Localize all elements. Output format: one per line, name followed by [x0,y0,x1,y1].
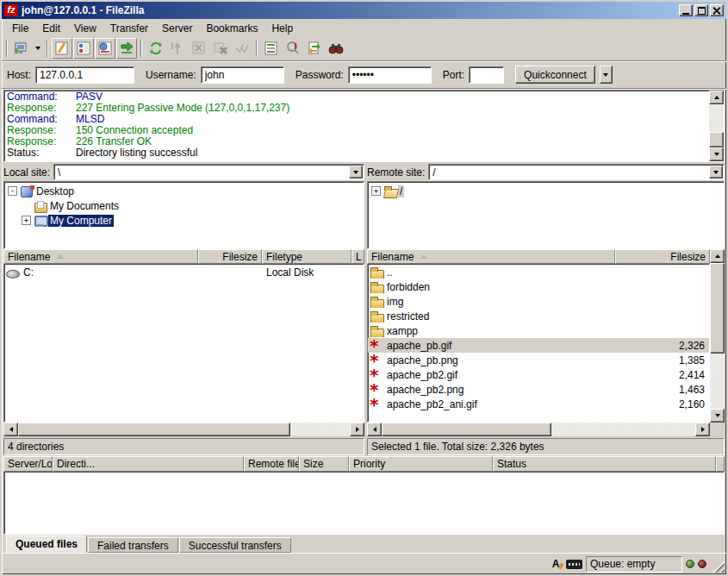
toggle-remote-tree-button[interactable] [95,38,115,59]
compare-directories-button[interactable] [283,38,303,59]
host-input[interactable] [35,66,134,84]
local-horizontal-scrollbar[interactable] [3,423,364,436]
title-bar[interactable]: fz john@127.0.0.1 - FileZilla [2,2,726,19]
scroll-right-button[interactable] [350,423,364,436]
scroll-left-button[interactable] [3,423,18,436]
remote-file-row[interactable]: apache_pb.png 1,385 [368,353,709,367]
scroll-up-button[interactable] [710,249,725,263]
queue-column-header[interactable]: Priority [349,456,493,472]
toolbar-separator [140,40,142,57]
remote-file-row[interactable]: apache_pb2_ani.gif 2,160 [368,397,709,411]
port-input[interactable] [469,66,504,84]
queue-column-header[interactable]: Size [299,456,349,472]
local-list-header: Filename Filesize Filetype L [3,249,364,264]
process-queue-button[interactable] [167,38,188,59]
tree-expander-icon[interactable]: + [371,186,381,196]
tree-expander-icon[interactable]: - [8,186,17,196]
scrollbar-thumb[interactable] [382,423,551,436]
remote-file-row[interactable]: forbidden [368,279,709,294]
speed-limit-indicator-icon[interactable] [566,560,582,569]
find-files-button[interactable] [326,38,346,59]
menu-item[interactable]: Help [264,21,300,36]
local-file-row[interactable]: C: Local Disk [4,265,364,279]
password-input[interactable] [348,66,432,84]
quickconnect-button[interactable]: Quickconnect [515,66,595,84]
queue-list[interactable] [3,472,725,535]
scrollbar-thumb[interactable] [710,263,725,354]
site-manager-dropdown[interactable] [33,39,43,58]
column-header-filesize[interactable]: Filesize [198,249,262,264]
column-header-filename[interactable]: Filename [3,249,198,264]
site-manager-button[interactable] [11,38,32,59]
menu-item[interactable]: View [67,21,103,36]
scrollbar-track[interactable] [710,263,725,409]
quickconnect-dropdown[interactable] [600,66,613,84]
local-site-combobox[interactable]: \ [53,164,364,180]
queue-column-header[interactable]: Remote file [244,456,299,472]
menu-item[interactable]: Edit [35,21,67,36]
message-log-lines: Command: PASV Response: 227 Entering Pas… [4,91,709,161]
close-button[interactable] [710,4,724,16]
scrollbar-track[interactable] [382,423,695,436]
file-icon [370,281,384,293]
menu-item[interactable]: Transfer [103,21,155,36]
resize-grip[interactable] [712,560,725,573]
reconnect-button[interactable] [232,38,252,59]
scroll-up-button[interactable] [709,91,724,104]
maximize-button[interactable] [694,4,708,16]
remote-horizontal-scrollbar[interactable] [367,423,710,436]
tree-item[interactable]: - Desktop [6,184,364,198]
message-log-scrollbar[interactable] [709,91,724,161]
menu-item[interactable]: Bookmarks [199,21,264,36]
scrollbar-track[interactable] [709,104,724,147]
scrollbar-thumb[interactable] [18,423,290,436]
remote-site-combobox[interactable]: / [428,164,725,180]
file-size: 1,385 [616,354,709,366]
menu-item[interactable]: File [5,21,35,36]
window-title: john@127.0.0.1 - FileZilla [22,4,679,16]
toggle-local-tree-button[interactable] [73,38,94,59]
scrollbar-thumb[interactable] [709,132,724,147]
remote-file-row[interactable]: apache_pb2.gif 2,414 [368,367,709,382]
remote-file-row[interactable]: apache_pb.gif 2,326 [368,338,709,353]
tree-expander-icon[interactable]: + [22,216,31,225]
tree-item[interactable]: My Documents [6,198,364,213]
column-header-filesize[interactable]: Filesize [615,249,710,264]
queue-column-header[interactable]: Server/Local file [3,456,53,472]
scroll-down-button[interactable] [709,147,724,161]
local-site-dropdown-button[interactable] [349,166,363,178]
queue-column-header[interactable] [716,456,725,472]
remote-file-row[interactable]: restricted [368,309,709,323]
remote-site-dropdown-button[interactable] [709,166,723,178]
remote-file-row[interactable]: xampp [368,323,709,338]
menu-item[interactable]: Server [155,21,199,36]
scroll-right-button[interactable] [695,423,710,436]
column-header-lastmodified[interactable]: L [352,249,364,264]
remote-file-row[interactable]: .. [368,265,709,279]
scroll-down-button[interactable] [710,409,725,423]
cancel-button[interactable] [189,38,209,59]
disconnect-button[interactable] [210,38,231,59]
refresh-button[interactable] [146,38,166,59]
remote-file-row[interactable]: img [368,294,709,309]
queue-tab[interactable]: Successful transfers [179,537,291,553]
minimize-button[interactable] [679,4,693,16]
tree-item[interactable]: + / [370,184,724,198]
toggle-transfer-queue-button[interactable] [116,38,137,59]
queue-tab[interactable]: Failed transfers [88,537,178,553]
column-header-filename[interactable]: Filename [367,249,615,264]
transfer-type-indicator-icon[interactable] [549,558,563,571]
queue-column-header[interactable]: Directi... [53,456,244,472]
synchronized-browsing-button[interactable] [304,38,325,59]
directory-filters-button[interactable] [261,38,282,59]
remote-file-row[interactable]: apache_pb2.png 1,463 [368,382,709,397]
tree-item[interactable]: + My Computer [6,213,364,228]
queue-tab[interactable]: Queued files [6,535,87,553]
remote-vertical-scrollbar[interactable] [710,249,725,423]
toggle-message-log-button[interactable] [52,38,72,59]
scroll-left-button[interactable] [367,423,382,436]
column-header-filetype[interactable]: Filetype [262,249,352,264]
username-input[interactable] [201,66,284,84]
scrollbar-track[interactable] [18,423,350,436]
queue-column-header[interactable]: Status [493,456,716,472]
